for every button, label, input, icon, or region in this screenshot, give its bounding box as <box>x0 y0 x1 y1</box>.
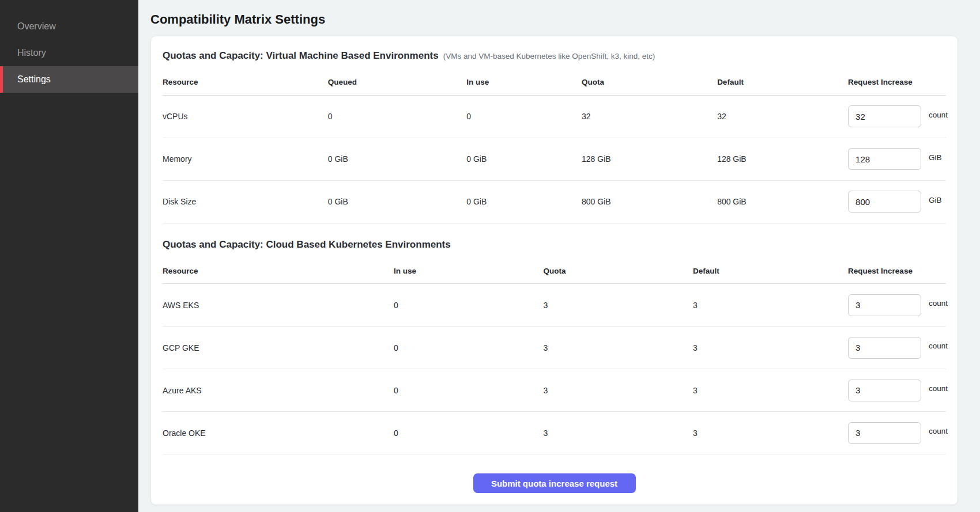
active-indicator <box>0 66 3 93</box>
quota-value: 3 <box>543 412 693 454</box>
vcpus-request-input[interactable] <box>848 105 921 127</box>
gcp-gke-request-input[interactable] <box>848 337 921 359</box>
table-row-oracle-oke: Oracle OKE 0 3 3 count <box>163 412 946 454</box>
table-row-azure-aks: Azure AKS 0 3 3 count <box>163 369 946 412</box>
sidebar-item-label: History <box>17 48 46 58</box>
table-header-row: Resource Queued In use Quota Default Req… <box>163 70 946 95</box>
default-value: 3 <box>693 412 848 454</box>
quota-value: 3 <box>543 369 693 412</box>
resource-name: GCP GKE <box>163 327 394 369</box>
queued-value: 0 <box>328 95 467 138</box>
in-use-value: 0 <box>466 95 582 138</box>
column-header-in-use: In use <box>466 70 582 95</box>
column-header-default: Default <box>693 259 848 284</box>
column-header-quota: Quota <box>543 259 693 284</box>
cloud-quota-section: Quotas and Capacity: Cloud Based Kuberne… <box>163 239 946 455</box>
vm-section-heading: Quotas and Capacity: Virtual Machine Bas… <box>163 50 439 62</box>
column-header-quota: Quota <box>582 70 717 95</box>
resource-name: AWS EKS <box>163 284 394 327</box>
queued-value: 0 GiB <box>328 180 467 223</box>
in-use-value: 0 <box>394 412 544 454</box>
column-header-default: Default <box>717 70 848 95</box>
vm-section-note: (VMs and VM-based Kubernetes like OpenSh… <box>443 52 655 60</box>
sidebar-item-history[interactable]: History <box>0 40 138 66</box>
resource-name: Azure AKS <box>163 369 394 412</box>
quota-value: 3 <box>543 327 693 369</box>
table-row-disk-size: Disk Size 0 GiB 0 GiB 800 GiB 800 GiB Gi… <box>163 180 946 223</box>
column-header-in-use: In use <box>394 259 544 284</box>
quota-value: 3 <box>543 284 693 327</box>
sidebar-item-overview[interactable]: Overview <box>0 13 138 40</box>
resource-name: vCPUs <box>163 95 328 138</box>
unit-label: GiB <box>929 153 942 162</box>
queued-value: 0 GiB <box>328 138 467 180</box>
table-row-memory: Memory 0 GiB 0 GiB 128 GiB 128 GiB GiB <box>163 138 946 180</box>
default-value: 128 GiB <box>717 138 848 180</box>
default-value: 800 GiB <box>717 180 848 223</box>
settings-card: Quotas and Capacity: Virtual Machine Bas… <box>150 36 958 505</box>
resource-name: Oracle OKE <box>163 412 394 454</box>
disk-size-request-input[interactable] <box>848 191 921 213</box>
sidebar: Overview History Settings <box>0 0 138 512</box>
column-header-request-increase: Request Increase <box>848 70 946 95</box>
in-use-value: 0 GiB <box>466 138 582 180</box>
cloud-quota-table: Resource In use Quota Default Request In… <box>163 259 946 455</box>
main-content: Compatibility Matrix Settings Quotas and… <box>138 0 980 512</box>
table-row-vcpus: vCPUs 0 0 32 32 count <box>163 95 946 138</box>
azure-aks-request-input[interactable] <box>848 380 921 401</box>
unit-label: count <box>929 384 948 393</box>
unit-label: count <box>929 111 948 119</box>
column-header-queued: Queued <box>328 70 467 95</box>
default-value: 3 <box>693 369 848 412</box>
resource-name: Disk Size <box>163 180 328 223</box>
resource-name: Memory <box>163 138 328 180</box>
sidebar-item-label: Settings <box>17 74 51 85</box>
unit-label: count <box>929 342 948 350</box>
sidebar-item-settings[interactable]: Settings <box>0 66 138 93</box>
memory-request-input[interactable] <box>848 148 921 170</box>
column-header-resource: Resource <box>163 70 328 95</box>
quota-value: 32 <box>582 95 717 138</box>
column-header-request-increase: Request Increase <box>848 259 946 284</box>
in-use-value: 0 GiB <box>466 180 582 223</box>
quota-value: 800 GiB <box>582 180 717 223</box>
vm-quota-section: Quotas and Capacity: Virtual Machine Bas… <box>163 50 946 223</box>
button-row: Submit quota increase request <box>163 473 946 495</box>
default-value: 3 <box>693 284 848 327</box>
vm-quota-table: Resource Queued In use Quota Default Req… <box>163 70 946 223</box>
quota-value: 128 GiB <box>582 138 717 180</box>
unit-label: GiB <box>929 196 942 204</box>
submit-quota-increase-button[interactable]: Submit quota increase request <box>473 473 636 493</box>
table-row-aws-eks: AWS EKS 0 3 3 count <box>163 284 946 327</box>
unit-label: count <box>929 427 948 435</box>
in-use-value: 0 <box>394 284 544 327</box>
oracle-oke-request-input[interactable] <box>848 422 921 444</box>
unit-label: count <box>929 299 948 308</box>
default-value: 32 <box>717 95 848 138</box>
in-use-value: 0 <box>394 327 544 369</box>
column-header-resource: Resource <box>163 259 394 284</box>
table-header-row: Resource In use Quota Default Request In… <box>163 259 946 284</box>
page-title: Compatibility Matrix Settings <box>150 12 958 28</box>
default-value: 3 <box>693 327 848 369</box>
in-use-value: 0 <box>394 369 544 412</box>
cloud-section-heading: Quotas and Capacity: Cloud Based Kuberne… <box>163 239 451 251</box>
table-row-gcp-gke: GCP GKE 0 3 3 count <box>163 327 946 369</box>
aws-eks-request-input[interactable] <box>848 294 921 316</box>
sidebar-item-label: Overview <box>17 21 56 32</box>
